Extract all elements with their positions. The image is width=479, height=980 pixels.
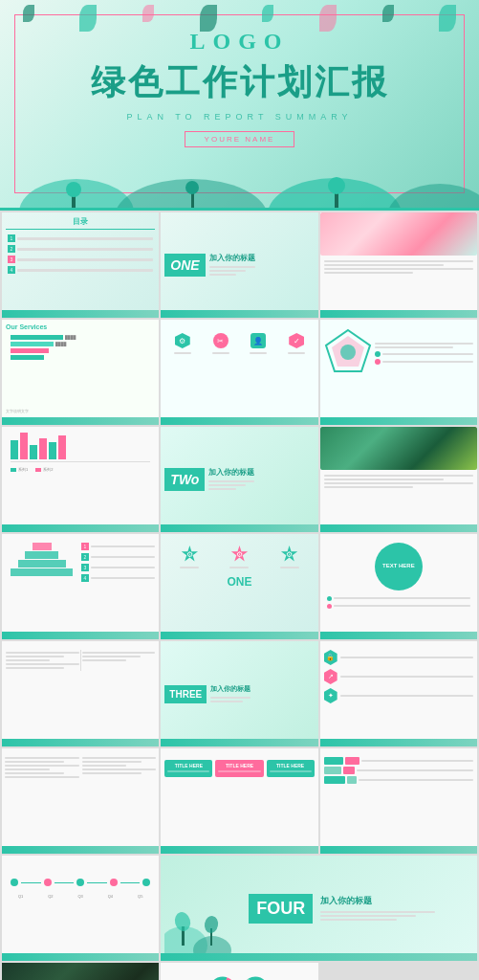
tc-line-8 [82,659,126,661]
svg-point-9 [328,177,345,194]
cb-3 [324,767,341,774]
title-slide: LOGO 绿色工作计划汇报 PLAN TO REPORT SUMMARY YOU… [0,0,479,211]
leaf-2 [79,5,97,32]
text-here-lines [324,595,473,609]
landscape-decoration [0,165,479,208]
four-line-3 [320,919,397,921]
four-title: 加入你的标题 [320,895,435,907]
title-boxes: TITLE HERE TITLE HERE TITLE HERE [164,760,314,777]
toc-line-2 [17,248,153,251]
hbar-2 [11,342,54,346]
garden-text [320,470,477,493]
svg-point-5 [66,182,81,197]
pyr-item-1 [91,546,155,547]
photo-line-3 [324,268,473,270]
dot-2 [375,359,381,365]
timeline-content: Q1 Q2 Q3 Q4 Q5 [6,874,155,899]
services-title: Our Services [6,323,155,330]
garden-line-1 [324,475,473,477]
slide-19-timeline: Q1 Q2 Q3 Q4 Q5 点击添加人和题文字 [2,856,159,961]
shield-2: ↗ [324,669,337,684]
slide-1-toc: 目录 1 2 3 4 点击添 [2,212,159,318]
toc-icon-2: 2 [8,245,15,253]
th-line-2 [334,605,470,607]
three-label: THREE [164,685,207,703]
pyr-num-4: 4 [81,574,89,582]
tl-line-1 [21,882,41,883]
toc-line-1 [17,237,153,240]
col2-l4 [82,768,157,770]
svg-point-12 [340,345,356,360]
textcols-footer [2,846,159,854]
two-line-2 [208,484,245,486]
one-title: 加入你的标题 [209,253,255,263]
four-footer [161,953,477,961]
gear-label-3 [280,567,299,568]
pyr-2 [25,551,58,559]
table-content [6,650,155,671]
colorblocks-footer [320,846,477,854]
chart-legend: 系列1 系列2 [6,464,155,475]
text-cols [5,755,156,780]
shield-line-1 [340,657,473,658]
col1-l3 [5,765,79,767]
toc-line-3 [17,258,153,261]
tl-dot-3 [76,879,84,886]
pent-line-4 [382,361,473,363]
pyr-item-4 [91,577,155,579]
titlebox-3: TITLE HERE [270,763,312,768]
garden-image [320,427,477,470]
titlebox-2: TITLE HERE [218,763,260,768]
slide-9-photo: 点击添加人和题文字 [320,427,477,532]
slide-22-circles: 点击添加人和题文字 [161,963,317,980]
slide-21-darkphoto: 点击添加人和题文字 [2,963,159,980]
tb3-line [270,770,312,772]
tl-dot-2 [44,879,52,886]
chart-baseline [11,461,150,462]
icon-label-4 [288,352,305,354]
col1-l2 [5,761,64,763]
col2-l1 [82,757,157,759]
bar-1 [11,440,18,459]
slide-16-textcols: 点击添加人和题文字 [2,748,159,854]
one-footer [161,310,317,318]
titlebox-1: TITLE HERE [167,763,209,768]
bar-4 [39,438,47,459]
toc-line-4 [17,269,153,272]
one-line-3 [209,274,237,276]
slide-4-services: Our Services ████ ████ 文字说明文字 [2,320,159,425]
tc-line-1 [6,652,79,654]
slide-18-colorblocks: 点击添加人和题文字 [320,748,477,854]
gear-label-1 [180,567,199,568]
svg-point-18 [204,915,220,934]
legend-pink [35,468,41,472]
leaf-5 [262,5,273,22]
hbar-4 [11,355,44,360]
dot-1 [375,351,381,357]
leaf-8 [439,5,456,32]
slide-20-four: FOUR 加入你的标题 点击添加人和题文字 [161,856,477,961]
pyr-num-1: 1 [81,543,89,550]
slide-12-texthere: TEXT HERE 点击添加人和题文字 [320,534,477,639]
services-footer [2,417,159,425]
slide-5-icons: ⚙ ✂ 👤 ✓ 点击添加人和题文字 [161,320,317,425]
slides-grid: 目录 1 2 3 4 点击添 [0,211,479,980]
toc-icon-3: 3 [8,256,15,263]
tc-line-6 [82,652,156,654]
photo-line-4 [324,272,414,274]
tl-label-1: Q1 [18,894,23,899]
text-here-area: TEXT HERE [324,538,473,595]
timeline-footer [2,953,159,961]
tl-label-2: Q2 [48,894,53,899]
slide-17-titleboxes: TITLE HERE TITLE HERE TITLE HERE 点击添加人和题… [161,748,317,854]
slide-10-pyramid: 1 2 3 4 点击添加人和题文字 [2,534,159,639]
shields-list: 🔒 ↗ ✦ [324,650,473,703]
toc-icon-1: 1 [8,234,15,242]
photo-footer [320,310,477,318]
one-line-2 [209,270,246,272]
three-line-2 [210,701,243,702]
hbar-3 [11,348,49,353]
tc-line-5 [6,667,64,669]
dot-th-2 [327,604,332,609]
icon-circle-2: ✂ [213,333,229,348]
